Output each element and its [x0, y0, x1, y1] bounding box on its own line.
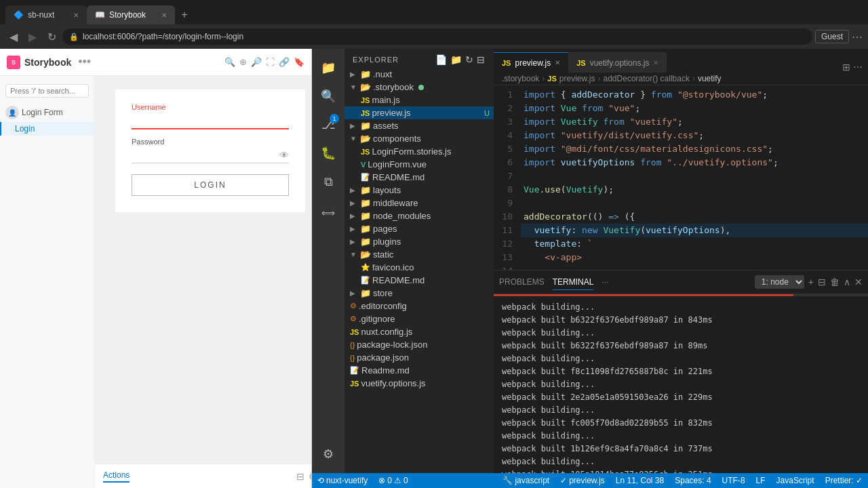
status-encoding[interactable]: UTF-8	[717, 473, 751, 488]
file-nuxt[interactable]: ▶ 📁 .nuxt	[344, 68, 494, 81]
editor-tab-preview[interactable]: JS preview.js ✕	[494, 52, 568, 73]
actions-tab[interactable]: Actions	[103, 470, 130, 483]
status-branch[interactable]: ⟲ nuxt-vuetify	[312, 473, 373, 488]
username-input[interactable]	[132, 113, 289, 129]
file-packagelock[interactable]: {} package-lock.json	[344, 338, 494, 351]
terminal-tab-terminal[interactable]: TERMINAL	[553, 274, 594, 290]
breadcrumb: .storybook › JS preview.js › addDecorato…	[494, 73, 868, 85]
activity-debug[interactable]: 🐛	[315, 140, 342, 167]
address-bar[interactable]: 🔒 localhost:6006/?path=/story/login-form…	[62, 28, 812, 45]
file-node-modules[interactable]: ▶ 📁 node_modules	[344, 209, 494, 222]
new-file-icon[interactable]: 📄	[435, 54, 448, 65]
terminal-content[interactable]: webpack building... webpack built b6322f…	[494, 296, 868, 473]
file-editorconfig[interactable]: ⚙ .editorconfig	[344, 300, 494, 312]
collapse-icon[interactable]: ⊟	[477, 54, 486, 65]
sb-zoom-reset-icon[interactable]: ⊕	[239, 57, 247, 67]
file-assets[interactable]: ▶ 📁 assets	[344, 119, 494, 132]
terminal-dropdown[interactable]: 1: node	[755, 275, 804, 289]
file-storybook[interactable]: ▼ 📂 .storybook	[344, 81, 494, 94]
status-position[interactable]: Ln 11, Col 38	[610, 473, 669, 488]
status-prettier[interactable]: Prettier: ✓	[820, 473, 868, 488]
tab-nuxt-close[interactable]: ✕	[73, 12, 79, 19]
terminal-trash-icon[interactable]: 🗑	[830, 277, 840, 287]
activity-remote[interactable]: ⟺	[315, 199, 342, 226]
sb-link-icon[interactable]: 🔗	[279, 57, 290, 67]
file-readmemd[interactable]: 📝 Readme.md	[344, 364, 494, 377]
terminal-plus-icon[interactable]: +	[808, 277, 814, 287]
login-button[interactable]: LOGIN	[132, 174, 289, 196]
tab-vuetify-close[interactable]: ✕	[653, 59, 658, 66]
bc-decorator[interactable]: addDecorator() callback	[604, 74, 690, 83]
file-components[interactable]: ▼ 📂 components	[344, 132, 494, 145]
sb-bookmark-icon[interactable]: 🔖	[294, 57, 304, 67]
split-editor-icon[interactable]: ⊞	[842, 62, 850, 73]
file-previewjs[interactable]: JS preview.js U	[344, 106, 494, 119]
file-readme-static[interactable]: 📝 README.md	[344, 274, 494, 287]
file-plugins[interactable]: ▶ 📁 plugins	[344, 235, 494, 248]
activity-git[interactable]: ⎇ 1	[315, 111, 342, 138]
actions-minimize-icon[interactable]: ⊟	[296, 471, 304, 482]
guest-button[interactable]: Guest	[815, 30, 849, 43]
new-folder-icon[interactable]: 📁	[450, 54, 462, 65]
back-button[interactable]: ◀	[5, 28, 22, 45]
status-spaces[interactable]: Spaces: 4	[669, 473, 716, 488]
refresh-icon[interactable]: ↻	[465, 54, 474, 65]
status-errors[interactable]: ⊗ 0 ⚠ 0	[373, 473, 413, 488]
file-store[interactable]: ▶ 📁 store	[344, 287, 494, 300]
status-line-ending[interactable]: LF	[751, 473, 771, 488]
file-gitignore[interactable]: ⚙ .gitignore	[344, 312, 494, 325]
status-lang-mode[interactable]: JavaScript	[771, 473, 820, 488]
activity-extensions[interactable]: ⧉	[315, 168, 342, 195]
bc-sep-3: ›	[692, 74, 695, 83]
sb-fullscreen-icon[interactable]: ⛶	[266, 57, 275, 67]
code-content[interactable]: import { addDecorator } from "@storybook…	[521, 88, 868, 267]
file-loginstories[interactable]: JS LoginForm.stories.js	[344, 145, 494, 158]
file-favicon[interactable]: ⭐ favicon.ico	[344, 261, 494, 274]
file-package[interactable]: {} package.json	[344, 351, 494, 364]
status-file-label[interactable]: ✓ preview.js	[555, 473, 610, 488]
file-static[interactable]: ▼ 📂 static	[344, 248, 494, 261]
terminal-close-icon[interactable]: ✕	[854, 277, 863, 287]
sb-nav-item-login[interactable]: Login	[0, 122, 94, 136]
password-eye-icon[interactable]: 👁	[279, 150, 289, 161]
new-tab-button[interactable]: +	[175, 5, 194, 24]
terminal-chevron-up-icon[interactable]: ∧	[844, 277, 850, 287]
reload-button[interactable]: ↻	[43, 28, 60, 45]
file-nuxtconfig[interactable]: JS nuxt.config.js	[344, 325, 494, 338]
password-input[interactable]	[132, 147, 279, 163]
tab-preview-close[interactable]: ✕	[555, 59, 560, 66]
file-readme-components[interactable]: 📝 README.md	[344, 171, 494, 184]
activity-explorer[interactable]: 📁	[315, 54, 342, 81]
status-language-mode[interactable]: 🔧 javascript	[497, 473, 555, 488]
extensions-button[interactable]: ⋯	[852, 30, 863, 43]
activity-search[interactable]: 🔍	[315, 83, 342, 110]
sb-search-icon[interactable]: 🔎	[251, 57, 262, 67]
bc-previewjs[interactable]: preview.js	[559, 74, 595, 83]
actions-settings-icon[interactable]: ⚙	[309, 471, 311, 482]
bc-storybook[interactable]: .storybook	[502, 74, 539, 83]
sb-menu-dots[interactable]: •••	[78, 55, 91, 69]
editor-area: JS preview.js ✕ JS vuetify.options.js ✕ …	[494, 49, 868, 473]
file-middleware[interactable]: ▶ 📁 middleware	[344, 197, 494, 209]
sb-zoom-out-icon[interactable]: 🔍	[224, 57, 235, 67]
terminal-split-icon[interactable]: ⊟	[818, 277, 826, 287]
sb-nav-item-login-form[interactable]: 👤 Login Form	[0, 103, 94, 122]
file-layouts[interactable]: ▶ 📁 layouts	[344, 184, 494, 197]
tab-storybook-close[interactable]: ✕	[161, 12, 167, 19]
activity-settings[interactable]: ⚙	[315, 441, 342, 468]
terminal-tab-more[interactable]: ···	[601, 277, 608, 287]
folder-components-icon: 📂	[360, 134, 371, 144]
file-loginvue[interactable]: V LoginForm.vue	[344, 158, 494, 171]
file-node-label: node_modules	[373, 211, 431, 221]
terminal-tab-problems[interactable]: PROBLEMS	[499, 274, 545, 289]
forward-button[interactable]: ▶	[24, 28, 41, 45]
tab-nuxt[interactable]: 🔷 sb-nuxt ✕	[5, 5, 87, 24]
tab-storybook[interactable]: 📖 Storybook ✕	[87, 5, 175, 24]
file-mainjs[interactable]: JS main.js	[344, 94, 494, 106]
editor-tab-vuetify[interactable]: JS vuetify.options.js ✕	[568, 52, 667, 73]
file-vuetifyoptions[interactable]: JS vuetify.options.js	[344, 377, 494, 390]
sb-search-input[interactable]	[5, 84, 89, 98]
bc-vuetify[interactable]: vuetify	[698, 74, 722, 83]
more-actions-icon[interactable]: ⋯	[853, 62, 863, 73]
file-pages[interactable]: ▶ 📁 pages	[344, 222, 494, 235]
